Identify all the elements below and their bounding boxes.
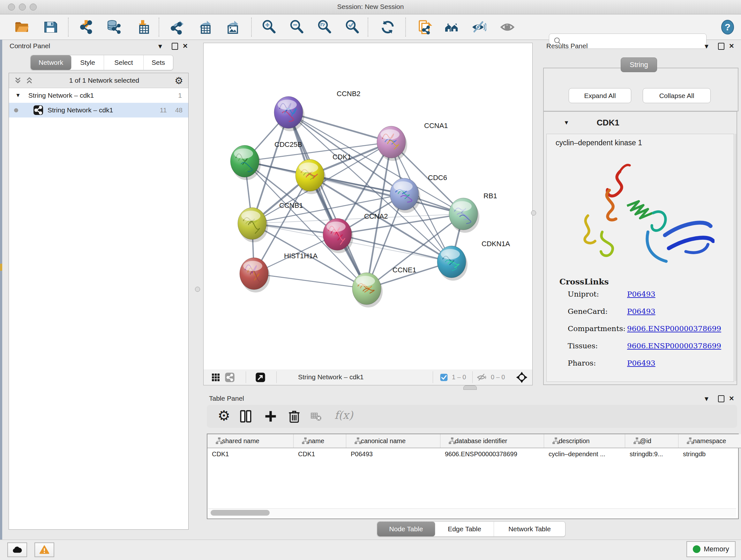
results-panel-menu-arrow-icon[interactable]: ▼ [703,43,710,50]
network-tree-child-row[interactable]: String Network – cdk1 11 48 [9,103,188,118]
selected-checkbox-icon[interactable] [440,373,448,381]
scrollbar-thumb[interactable] [211,510,270,516]
expand-all-button[interactable]: Expand All [569,88,631,103]
entry-collapse-icon[interactable]: ▼ [563,119,569,126]
hide-selected-button[interactable] [471,19,486,35]
table-cell[interactable]: stringdb [678,450,741,458]
export-image-button[interactable] [224,19,239,35]
control-panel-float-icon[interactable] [172,43,178,50]
horizontal-scrollbar[interactable] [208,508,736,517]
collapse-all-button[interactable]: Collapse All [643,88,711,103]
crosslink-link[interactable]: P06493 [627,290,656,298]
share-view-icon[interactable] [225,372,235,382]
table-cell[interactable]: CDK1 [207,450,293,458]
export-network-button[interactable] [170,19,185,35]
results-tab-string[interactable]: String [621,57,657,72]
crosslink-link[interactable]: 9606.ENSP00000378699 [627,341,721,350]
crosslink-link[interactable]: 9606.ENSP00000378699 [627,324,721,333]
tab-style[interactable]: Style [71,55,104,70]
show-columns-icon[interactable] [239,409,253,423]
hidden-eye-slash-icon[interactable] [477,372,487,382]
apply-layout-button[interactable] [380,19,395,35]
zoom-fit-button[interactable] [317,19,332,35]
network-node-CDK1[interactable] [295,159,326,194]
table-panel-menu-arrow-icon[interactable]: ▼ [703,395,710,402]
crosslink-link[interactable]: P06493 [627,359,656,367]
table-cell[interactable]: P06493 [346,450,441,458]
zoom-selected-button[interactable] [345,19,360,35]
table-row[interactable]: CDK1CDK1P064939606.ENSP00000378699cyclin… [207,448,741,460]
network-edge[interactable] [254,273,367,289]
cloud-status-button[interactable] [7,543,27,557]
import-table-button[interactable] [135,19,150,35]
delete-column-icon[interactable] [287,409,301,423]
network-tree-root-row[interactable]: ▼ String Network – cdk1 1 [9,88,188,103]
network-edge[interactable] [337,234,452,262]
function-builder-icon[interactable]: f(x) [334,409,353,422]
table-cell[interactable]: stringdb:9... [625,450,678,458]
table-cell[interactable]: 9606.ENSP00000378699 [441,450,544,458]
export-table-button[interactable] [197,19,212,35]
zoom-out-button[interactable] [289,19,305,35]
help-button[interactable]: ? [720,19,735,35]
crosslink-link[interactable]: P06493 [627,307,656,315]
table-panel-float-icon[interactable] [718,395,724,402]
control-panel-close-icon[interactable]: ✕ [183,42,188,50]
tab-node-table[interactable]: Node Table [377,522,435,537]
column-header-shared-name[interactable]: shared name [207,434,293,448]
add-column-icon[interactable] [264,409,278,423]
save-session-button[interactable] [43,19,58,35]
table-gear-icon[interactable]: ⚙ [218,408,230,424]
tab-edge-table[interactable]: Edge Table [435,522,494,537]
network-options-gear-icon[interactable]: ⚙ [175,75,183,86]
network-node-CCNA1[interactable] [377,126,407,161]
show-all-button[interactable] [500,19,515,35]
collapse-all-tree-icon[interactable] [25,76,34,85]
memory-button[interactable]: Memory [686,541,736,557]
open-in-window-icon[interactable] [255,372,266,382]
birds-eye-view-icon[interactable] [516,371,528,383]
network-canvas[interactable]: CCNB2CCNA1CDC25BCDK1CDC6RB1CCNB1CCNA2CDK… [203,43,533,370]
results-panel-close-icon[interactable]: ✕ [729,42,734,50]
column-header-canonical-name[interactable]: canonical name [346,434,441,448]
import-network-button[interactable] [78,19,94,35]
results-panel-float-icon[interactable] [718,43,724,50]
warnings-button[interactable] [35,543,54,557]
delete-table-icon[interactable] [310,411,322,423]
table-cell[interactable]: CDK1 [293,450,346,458]
control-panel-menu-arrow-icon[interactable]: ▼ [157,43,163,50]
table-cell[interactable]: cyclin–dependent ... [544,450,625,458]
network-edge[interactable] [288,112,367,289]
expand-all-tree-icon[interactable] [13,76,22,85]
left-splitter-handle[interactable] [195,287,200,292]
tab-select[interactable]: Select [104,55,144,70]
tab-network[interactable]: Network [30,55,71,70]
first-neighbors-button[interactable] [444,19,459,35]
tab-sets[interactable]: Sets [144,55,173,70]
bottom-splitter-handle[interactable] [463,385,477,390]
open-session-button[interactable] [14,19,29,35]
tree-collapse-icon[interactable]: ▼ [15,92,21,99]
duplicate-network-button[interactable] [417,19,432,35]
network-node-CCNE1[interactable] [352,273,383,307]
column-header-name[interactable]: name [293,434,346,448]
column-header-namespace[interactable]: namespace [678,434,741,448]
results-scrollbar[interactable] [735,134,737,381]
network-node-RB1[interactable] [449,198,479,233]
column-header-@id[interactable]: @id [625,434,678,448]
grid-view-icon[interactable] [211,372,221,382]
network-node-HIST1H1A[interactable] [240,258,270,293]
column-header-database-identifier[interactable]: database identifier [441,434,544,448]
network-node-CCNB2[interactable] [274,97,305,131]
table-panel-close-icon[interactable]: ✕ [729,395,734,402]
tab-network-table[interactable]: Network Table [494,522,565,537]
network-node-CDC25B[interactable] [230,145,261,180]
network-node-CDC6[interactable] [390,178,420,213]
column-header-description[interactable]: description [544,434,625,448]
import-network-from-database-button[interactable] [106,19,121,35]
network-selection-status: 1 of 1 Network selected [34,77,175,84]
right-splitter-handle[interactable] [531,210,536,215]
results-entry-header[interactable]: ▼ CDK1 [544,112,737,134]
zoom-in-button[interactable] [261,19,277,35]
network-node-CDKN1A[interactable] [437,246,468,281]
